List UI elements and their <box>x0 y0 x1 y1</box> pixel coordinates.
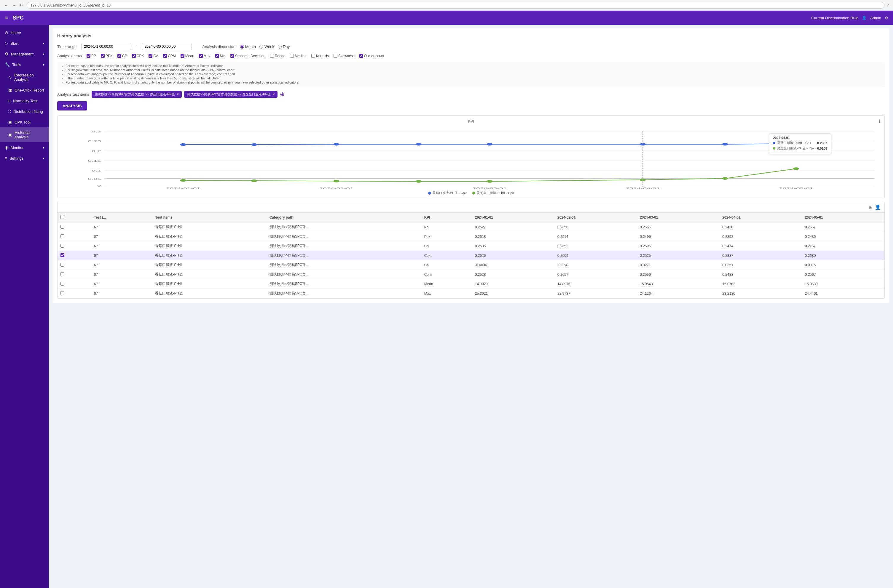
row-v1: -0.0036 <box>472 260 555 270</box>
row-test-item: 香菇口服液-PH值 <box>152 270 266 279</box>
row-test-id: 67 <box>91 242 152 251</box>
table-row: 67 香菇口服液-PH值 测试数据>>简易SPC官... Cpm 0.2528 … <box>57 270 884 279</box>
row-checkbox-cell[interactable] <box>57 251 91 260</box>
address-bar[interactable]: 127.0.0.1:5001/history?menu_id=30&parent… <box>27 2 884 9</box>
regression-icon: ∿ <box>8 75 12 80</box>
radio-month-input[interactable] <box>240 45 244 49</box>
date-to-input[interactable] <box>142 43 192 50</box>
cb-cpk[interactable]: CPK <box>132 54 144 58</box>
sidebar-item-settings[interactable]: ≡ Settings ▾ <box>0 153 49 164</box>
sidebar-item-normality[interactable]: n Normality Test <box>0 95 49 106</box>
cb-kurtosis[interactable]: Kurtosis <box>311 54 329 58</box>
download-icon[interactable]: ⬇ <box>878 118 881 124</box>
row-v3: 0.2566 <box>637 222 719 232</box>
col-checkbox <box>57 213 91 222</box>
table-card: ⊞ 👤 Test i... Test items Category path K… <box>57 202 885 298</box>
export-icon[interactable]: 👤 <box>875 204 881 210</box>
note-5: For test data applicable to NP, C, P, an… <box>66 81 881 84</box>
cb-cpm[interactable]: CPM <box>163 54 176 58</box>
radio-day-input[interactable] <box>278 45 282 49</box>
sidebar-item-cpk-tool[interactable]: ▣ CPK Tool <box>0 117 49 128</box>
disc-rule-label: Current Discrimination Rule <box>811 16 858 20</box>
svg-text:2024-04-01: 2024-04-01 <box>625 187 660 190</box>
sidebar-item-distribution[interactable]: ∷ Distribution fitting <box>0 106 49 117</box>
row-checkbox-cell[interactable] <box>57 260 91 270</box>
radio-month[interactable]: Month <box>240 44 256 49</box>
radio-day[interactable]: Day <box>278 44 290 49</box>
row-v4: 15.0703 <box>719 279 802 289</box>
back-btn[interactable]: ← <box>3 3 9 8</box>
cb-cp[interactable]: CP <box>117 54 127 58</box>
sidebar-label-one-click: One-Click Report <box>15 88 44 92</box>
nav-buttons[interactable]: ← → ↻ <box>3 3 24 8</box>
sidebar-item-management[interactable]: ⚙ Management ▾ <box>0 49 49 59</box>
time-range-label: Time range <box>57 44 77 49</box>
sidebar-item-one-click[interactable]: ▦ One-Click Report <box>0 85 49 95</box>
tag-2-close[interactable]: × <box>272 92 275 96</box>
radio-week-input[interactable] <box>259 45 263 49</box>
note-1: For count-based test data, the above ana… <box>66 64 881 68</box>
cb-max[interactable]: Max <box>199 54 210 58</box>
reload-btn[interactable]: ↻ <box>18 3 24 8</box>
row-v4: 0.2438 <box>719 270 802 279</box>
tooltip-row-1: 香菇口服液-PH值 - Cpk 0.2387 <box>773 141 827 145</box>
date-from-input[interactable] <box>81 43 131 50</box>
select-all-checkbox[interactable] <box>60 215 64 219</box>
sidebar-label-tools: Tools <box>12 63 21 67</box>
cb-outlier[interactable]: Outlier count <box>359 54 384 58</box>
sidebar-label-cpk: CPK Tool <box>15 120 30 124</box>
sidebar-item-start[interactable]: ▷ Start ▾ <box>0 38 49 49</box>
forward-btn[interactable]: → <box>11 3 17 8</box>
bookmark-icon[interactable]: ☆ <box>887 3 890 8</box>
cb-mean[interactable]: Mean <box>180 54 194 58</box>
row-v4: 0.2352 <box>719 232 802 242</box>
svg-text:0.05: 0.05 <box>88 177 101 180</box>
sidebar-label-historical: Historical analysis <box>15 130 44 139</box>
analysis-button[interactable]: ANALYSIS <box>57 101 87 111</box>
svg-point-22 <box>416 143 422 146</box>
row-checkbox-cell[interactable] <box>57 270 91 279</box>
row-checkbox-cell[interactable] <box>57 279 91 289</box>
settings-icon[interactable]: ⚙ <box>885 16 888 20</box>
svg-point-25 <box>722 143 728 146</box>
sidebar-item-historical[interactable]: ▣ Historical analysis <box>0 128 49 142</box>
row-checkbox-cell[interactable] <box>57 242 91 251</box>
sidebar-item-home[interactable]: ⊙ Home <box>0 27 49 38</box>
table-body: 67 香菇口服液-PH值 测试数据>>简易SPC官... Pp 0.2527 0… <box>57 222 884 298</box>
sidebar-item-monitor[interactable]: ◉ Monitor ▾ <box>0 142 49 153</box>
row-v2: 22.9737 <box>555 289 637 298</box>
cb-pp[interactable]: PP <box>87 54 96 58</box>
sidebar-item-regression[interactable]: ∿ Regression Analysis <box>0 70 49 85</box>
cb-stddev[interactable]: Standard Deviation <box>230 54 265 58</box>
col-date-5: 2024-05-01 <box>802 213 884 222</box>
tooltip-label-1: 香菇口服液-PH值 - Cpk <box>777 141 815 145</box>
cb-range[interactable]: Range <box>270 54 285 58</box>
cb-median[interactable]: Median <box>290 54 306 58</box>
hamburger-icon[interactable]: ≡ <box>5 15 8 21</box>
radio-week[interactable]: Week <box>259 44 274 49</box>
analysis-items-row: Analysis items PP PPK CP CPK CA CPM Mean… <box>57 54 885 58</box>
sidebar-item-tools[interactable]: 🔧 Tools ▾ <box>0 59 49 70</box>
row-checkbox-cell[interactable] <box>57 222 91 232</box>
row-v4: 0.2474 <box>719 242 802 251</box>
svg-point-28 <box>251 180 257 182</box>
row-checkbox-cell[interactable] <box>57 232 91 242</box>
row-v1: 0.2535 <box>472 242 555 251</box>
add-tag-button[interactable]: ⊕ <box>280 91 285 98</box>
chevron-down-icon: ▾ <box>43 42 44 45</box>
cb-ppk[interactable]: PPK <box>101 54 113 58</box>
row-v1: 0.2527 <box>472 222 555 232</box>
row-test-id: 67 <box>91 232 152 242</box>
filter-row-time: Time range - Analysis dimension Month We… <box>57 43 885 50</box>
grid-view-icon[interactable]: ⊞ <box>869 204 872 210</box>
cb-skewness[interactable]: Skewness <box>334 54 355 58</box>
start-icon: ▷ <box>5 41 8 46</box>
cb-ca[interactable]: CA <box>149 54 158 58</box>
analysis-items-label: Analysis items <box>57 54 82 58</box>
row-checkbox-cell[interactable] <box>57 289 91 298</box>
tag-1-close[interactable]: × <box>177 92 179 96</box>
notes-section: For count-based test data, the above ana… <box>57 62 885 87</box>
cb-min[interactable]: Min <box>215 54 226 58</box>
sidebar-label-normality: Normality Test <box>13 99 38 103</box>
row-test-item: 香菇口服液-PH值 <box>152 289 266 298</box>
